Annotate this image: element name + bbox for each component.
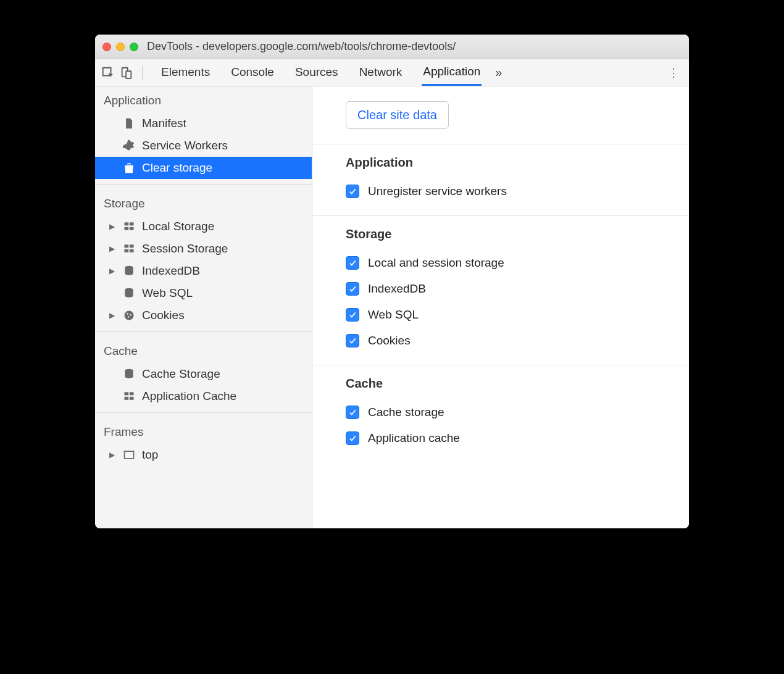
option-label: Unregister service workers [368,185,507,198]
option-label: Cookies [368,334,411,347]
sidebar-item-service-workers[interactable]: ▶ Service Workers [95,135,312,157]
sidebar-item-label: Manifest [142,117,186,130]
sidebar-group-cache: Cache [95,337,312,363]
sidebar-item-manifest[interactable]: ▶ Manifest [95,112,312,135]
grid-icon [122,389,136,403]
panel-body: Application ▶ Manifest ▶ Service Workers… [95,86,689,528]
sidebar-group-storage: Storage [95,189,312,215]
sidebar-group-application: Application [95,86,312,112]
toolbar-separator [142,65,143,80]
svg-rect-8 [125,249,129,252]
sidebar-item-indexeddb[interactable]: ▶ IndexedDB [95,260,312,282]
svg-rect-3 [130,222,134,225]
section-storage: Storage Local and session storage Indexe… [312,216,689,365]
checkbox-icon[interactable] [346,406,359,419]
svg-rect-9 [130,249,134,252]
close-window-button[interactable] [102,43,111,51]
sidebar-item-label: Clear storage [142,161,212,175]
database-icon [122,286,136,300]
database-icon [122,264,136,278]
svg-rect-19 [125,397,129,400]
sidebar-item-label: Session Storage [142,242,228,256]
disclosure-triangle-icon[interactable]: ▶ [107,311,116,320]
disclosure-triangle-icon[interactable]: ▶ [107,244,116,253]
option-cookies[interactable]: Cookies [346,328,689,354]
sidebar-item-websql[interactable]: ▶ Web SQL [95,282,312,304]
svg-point-12 [125,311,134,320]
devtools-window: DevTools - developers.google.com/web/too… [95,35,689,528]
checkbox-icon[interactable] [346,185,359,198]
disclosure-triangle-icon[interactable]: ▶ [107,222,116,231]
device-toggle-icon[interactable] [120,66,133,80]
section-application: Application Unregister service workers [312,144,689,216]
disclosure-triangle-icon[interactable]: ▶ [107,267,116,275]
section-heading: Cache [346,377,689,391]
window-title: DevTools - developers.google.com/web/too… [147,40,456,53]
zoom-window-button[interactable] [130,43,138,51]
titlebar: DevTools - developers.google.com/web/too… [95,35,689,59]
tab-sources[interactable]: Sources [294,60,340,85]
checkbox-icon[interactable] [346,334,359,347]
svg-rect-18 [130,392,134,395]
svg-rect-7 [130,244,134,248]
section-heading: Storage [346,227,689,241]
clear-storage-pane: Clear site data Application Unregister s… [312,86,689,528]
checkbox-icon[interactable] [346,431,359,445]
option-label: Application cache [368,431,460,445]
gear-icon [122,139,136,152]
sidebar-item-label: IndexedDB [142,264,200,278]
option-websql[interactable]: Web SQL [346,302,689,328]
checkbox-icon[interactable] [346,308,359,322]
svg-rect-1 [126,71,131,78]
checkbox-icon[interactable] [346,282,359,296]
disclosure-triangle-icon[interactable]: ▶ [107,451,116,459]
option-label: Local and session storage [368,256,504,270]
inspect-element-icon[interactable] [101,66,115,80]
sidebar-item-application-cache[interactable]: ▶ Application Cache [95,385,312,407]
sidebar-item-label: Local Storage [142,220,214,233]
svg-rect-6 [125,244,129,248]
option-label: Cache storage [368,406,444,419]
database-icon [122,367,136,381]
sidebar-item-clear-storage[interactable]: ▶ Clear storage [95,157,312,179]
more-tabs-icon[interactable]: » [493,63,504,82]
tab-elements[interactable]: Elements [160,60,211,85]
tab-application[interactable]: Application [422,60,482,86]
frame-icon [122,448,136,462]
pane-top: Clear site data [312,86,689,144]
sidebar-item-label: top [142,448,158,462]
svg-point-14 [130,314,131,315]
cookie-icon [122,309,136,322]
sidebar-item-local-storage[interactable]: ▶ Local Storage [95,215,312,238]
svg-rect-2 [125,222,129,225]
section-heading: Application [346,156,689,170]
tab-console[interactable]: Console [230,60,275,85]
settings-menu-icon[interactable]: ⋮ [664,62,683,83]
svg-rect-21 [125,451,134,459]
svg-rect-5 [130,227,134,230]
sidebar-item-label: Web SQL [142,286,193,300]
option-application-cache[interactable]: Application cache [346,425,689,451]
option-unregister-sw[interactable]: Unregister service workers [346,178,689,204]
option-local-session[interactable]: Local and session storage [346,250,689,276]
option-indexeddb[interactable]: IndexedDB [346,276,689,302]
svg-rect-20 [130,397,134,400]
checkbox-icon[interactable] [346,256,359,270]
divider [95,331,312,332]
devtools-toolbar: Elements Console Sources Network Applica… [95,59,689,86]
sidebar-item-cache-storage[interactable]: ▶ Cache Storage [95,363,312,385]
sidebar-item-cookies[interactable]: ▶ Cookies [95,304,312,327]
document-icon [122,117,136,130]
minimize-window-button[interactable] [116,43,125,51]
svg-rect-4 [125,227,129,230]
option-label: Web SQL [368,308,419,322]
section-cache: Cache Cache storage Application cache [312,365,689,462]
sidebar-item-top-frame[interactable]: ▶ top [95,444,312,466]
tab-network[interactable]: Network [358,60,404,85]
grid-icon [122,220,136,233]
clear-site-data-button[interactable]: Clear site data [346,101,449,129]
option-cache-storage[interactable]: Cache storage [346,399,689,425]
sidebar-item-session-storage[interactable]: ▶ Session Storage [95,238,312,260]
svg-point-13 [127,313,128,314]
panel-tabs: Elements Console Sources Network Applica… [160,60,482,86]
